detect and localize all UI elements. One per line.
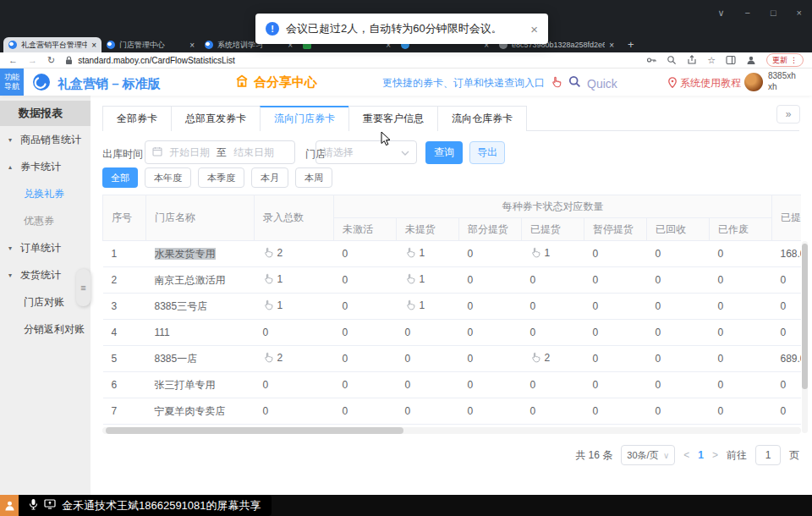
sidebar-item-订单统计[interactable]: ▾订单统计 [0,234,91,261]
browser-update-button[interactable]: 更新 ⋮ [766,53,804,67]
count-cell: 0 [522,372,584,398]
count-cell: 0 [710,241,772,267]
export-button[interactable]: 导出 [469,141,505,164]
share-icon[interactable] [687,55,697,65]
tab-close-icon[interactable]: × [91,41,96,50]
browser-tab[interactable]: 门店管理中心× [102,37,200,52]
tutorial-link[interactable]: 系统使用教程 [668,76,741,91]
quick-range-全部[interactable]: 全部 [102,167,138,188]
count-cell: 0 [710,346,772,372]
store-name-cell: 111 [146,320,255,346]
screen-share-icon[interactable] [44,499,56,512]
forward-icon[interactable]: → [28,55,37,65]
card-count-link[interactable]: 2 [263,247,283,259]
count-cell: 0 [334,241,397,267]
key-icon[interactable] [646,55,656,65]
back-icon[interactable]: ← [8,55,18,65]
minimize-icon[interactable]: − [744,8,749,19]
quick-range-本周[interactable]: 本周 [295,167,332,188]
sidebar-item-券卡统计[interactable]: ▴券卡统计 [0,153,91,180]
sidebar: 数据报表 ▾商品销售统计▴券卡统计兑换礼券优惠券▾订单统计▾发货统计门店对账分销… [0,96,91,495]
card-count-link[interactable]: 1 [263,273,283,285]
start-date-input[interactable]: 开始日期 [169,145,210,160]
browser-tab[interactable]: 礼盒营销平台管理中心× [3,37,102,52]
current-page[interactable]: 1 [698,449,704,461]
bookmark-star-icon[interactable]: ☆ [707,55,716,66]
tab-search-icon[interactable]: ∨ [717,8,724,19]
quick-range-本年度[interactable]: 本年度 [145,167,191,188]
profile-icon[interactable] [746,55,756,65]
microphone-icon[interactable] [29,498,38,513]
toast-close-icon[interactable]: × [530,22,538,36]
date-range-picker[interactable]: 开始日期 至 结束日期 [145,140,295,164]
count-cell: 0 [397,372,459,398]
expand-arrow-icon: ▾ [8,136,17,144]
user-menu[interactable]: 8385xh xh [744,71,796,92]
lock-icon [65,56,73,65]
count-cell: 1 [397,294,459,320]
tab-总部直发券卡[interactable]: 总部直发券卡 [171,106,260,131]
reload-icon[interactable]: ↻ [47,55,55,66]
sidebar-item-label: 优惠券 [24,214,54,228]
vertical-scrollbar-thumb[interactable] [802,244,808,389]
card-count-link[interactable]: 1 [263,299,283,311]
site-favicon-icon [107,41,115,49]
tab-重要客户信息[interactable]: 重要客户信息 [348,106,437,131]
tab-全部券卡[interactable]: 全部券卡 [102,106,171,131]
card-count-value: 1 [420,299,425,311]
tab-close-icon[interactable]: × [189,41,195,50]
prev-page-button[interactable]: < [683,449,689,461]
expand-panel-icon[interactable]: » [776,105,800,124]
page-size-select[interactable]: 30条/页 ∨ [621,445,675,465]
tab-流向门店券卡[interactable]: 流向门店券卡 [260,106,348,131]
zoom-icon[interactable] [667,55,677,65]
sidebar-collapse-handle[interactable]: ≡ [76,269,91,306]
nav-toggle-line1: 功能 [4,73,19,82]
tab-流向仓库券卡[interactable]: 流向仓库券卡 [437,106,527,131]
function-nav-toggle[interactable]: 功能 导航 [0,69,24,96]
card-count-link[interactable]: 1 [405,247,425,259]
sidebar-item-兑换礼券[interactable]: 兑换礼券 [0,180,91,207]
horizontal-scrollbar-thumb[interactable] [106,427,403,434]
quick-search-area[interactable]: 更快捷的券卡、订单和快递查询入口 Quick [382,75,617,91]
tab-title: 门店管理中心 [119,40,185,51]
tab-close-icon[interactable]: × [609,41,614,50]
sidebar-item-优惠券[interactable]: 优惠券 [0,207,91,234]
user-avatar [744,73,763,91]
share-center-link[interactable]: 合分享中心 [235,74,317,91]
count-cell: 0 [710,294,772,320]
sidebar-item-商品销售统计[interactable]: ▾商品销售统计 [0,126,91,153]
sidebar-item-分销返利对账[interactable]: 分销返利对账 [0,316,91,343]
quick-range-本月[interactable]: 本月 [251,167,288,188]
count-cell: 0 [459,241,522,267]
date-separator: 至 [217,145,227,160]
site-favicon-icon [205,41,213,49]
column-header-col-name: 门店名称 [146,195,255,241]
address-bar[interactable]: standard.maboy.cn/CardFlowStatisticsList [65,56,636,65]
card-count-link[interactable]: 1 [405,299,425,311]
vertical-scrollbar[interactable] [802,241,808,433]
count-cell: 0 [710,398,772,425]
sharer-avatar-icon[interactable] [0,495,19,516]
row-index-cell: 5 [103,346,146,372]
side-panel-icon[interactable] [726,55,736,65]
next-page-button[interactable]: > [712,449,718,461]
count-cell: 0 [584,398,647,425]
card-count-link[interactable]: 2 [530,352,551,364]
horizontal-scrollbar[interactable] [102,427,801,434]
store-select[interactable]: 请选择 [315,140,417,164]
card-count-link[interactable]: 1 [405,273,425,285]
card-count-link[interactable]: 1 [530,247,551,259]
maximize-icon[interactable]: □ [771,8,776,19]
query-button[interactable]: 查询 [425,141,463,164]
end-date-input[interactable]: 结束日期 [233,145,274,160]
sidebar-section-title: 数据报表 [0,101,91,126]
quick-range-本季度[interactable]: 本季度 [198,167,244,188]
store-select-placeholder: 请选择 [323,145,354,160]
new-tab-button[interactable]: + [628,38,634,51]
card-count-link[interactable]: 2 [263,352,283,364]
goto-page-input[interactable]: 1 [755,445,781,465]
sidebar-item-label: 订单统计 [20,241,61,255]
column-group-header: 每种券卡状态对应数量 [334,195,772,218]
window-close-icon[interactable]: × [797,8,802,19]
